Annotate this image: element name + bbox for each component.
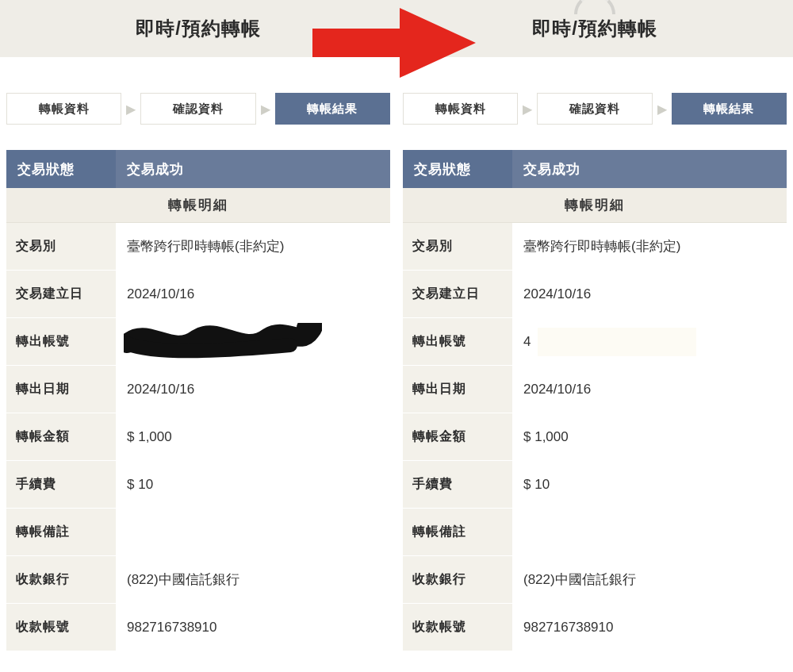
chevron-right-icon: ▶ [256, 102, 275, 117]
row-value: (822)中國信託銀行 [512, 556, 787, 603]
row-label: 轉出帳號 [403, 318, 512, 365]
row-label: 交易別 [6, 223, 116, 270]
step-confirm-info[interactable]: 確認資料 [537, 93, 652, 125]
status-row: 交易狀態 交易成功 [6, 150, 390, 188]
row-transfer-date: 轉出日期 2024/10/16 [6, 366, 390, 413]
row-label: 交易建立日 [6, 271, 116, 317]
page-title: 即時/預約轉帳 [136, 16, 261, 41]
header-bar: 即時/預約轉帳 [0, 0, 396, 57]
row-amount: 轉帳金額 $ 1,000 [403, 413, 787, 461]
chevron-right-icon: ▶ [121, 102, 140, 117]
step-result[interactable]: 轉帳結果 [275, 93, 390, 125]
page-title: 即時/預約轉帳 [532, 16, 657, 41]
row-memo: 轉帳備註 [6, 509, 390, 556]
status-label: 交易狀態 [403, 150, 512, 188]
section-title: 轉帳明細 [403, 188, 787, 223]
row-label: 收款銀行 [6, 556, 116, 603]
row-value: 2024/10/16 [512, 366, 787, 413]
row-value: 4 [512, 318, 787, 365]
row-created-date: 交易建立日 2024/10/16 [403, 271, 787, 318]
row-label: 轉出帳號 [6, 318, 116, 365]
row-from-account: 轉出帳號 [6, 318, 390, 366]
section-title: 轉帳明細 [6, 188, 390, 223]
row-payee-bank: 收款銀行 (822)中國信託銀行 [403, 556, 787, 604]
row-label: 交易建立日 [403, 271, 512, 317]
chevron-right-icon: ▶ [653, 102, 672, 117]
status-value: 交易成功 [512, 150, 787, 188]
row-payee-bank: 收款銀行 (822)中國信託銀行 [6, 556, 390, 604]
row-value: $ 10 [512, 461, 787, 508]
row-value [512, 509, 787, 555]
header-bar: 即時/預約轉帳 [396, 0, 793, 57]
row-value-text: 4 [523, 334, 531, 350]
step-transfer-info[interactable]: 轉帳資料 [6, 93, 121, 125]
row-amount: 轉帳金額 $ 1,000 [6, 413, 390, 461]
row-value: 臺幣跨行即時轉帳(非約定) [512, 223, 787, 270]
row-value: 臺幣跨行即時轉帳(非約定) [116, 223, 390, 270]
row-value: 2024/10/16 [116, 366, 390, 413]
step-result[interactable]: 轉帳結果 [672, 93, 787, 125]
row-label: 轉帳備註 [6, 509, 116, 555]
right-panel: 即時/預約轉帳 轉帳資料 ▶ 確認資料 ▶ 轉帳結果 交易狀態 交易成功 轉帳明… [396, 0, 793, 672]
row-label: 收款帳號 [6, 604, 116, 651]
step-confirm-info[interactable]: 確認資料 [140, 93, 255, 125]
row-payee-account: 收款帳號 982716738910 [6, 604, 390, 651]
row-value [116, 318, 390, 365]
row-value [116, 509, 390, 555]
row-payee-account: 收款帳號 982716738910 [403, 604, 787, 651]
row-memo: 轉帳備註 [403, 509, 787, 556]
row-value: 982716738910 [512, 604, 787, 651]
row-label: 轉帳備註 [403, 509, 512, 555]
row-label: 收款銀行 [403, 556, 512, 603]
row-label: 交易別 [403, 223, 512, 270]
row-label: 轉出日期 [403, 366, 512, 413]
redaction-scribble-icon [124, 323, 322, 363]
row-value: 2024/10/16 [512, 271, 787, 317]
row-value: 982716738910 [116, 604, 390, 651]
row-label: 轉出日期 [6, 366, 116, 413]
row-fee: 手續費 $ 10 [403, 461, 787, 509]
step-transfer-info[interactable]: 轉帳資料 [403, 93, 518, 125]
status-row: 交易狀態 交易成功 [403, 150, 787, 188]
row-label: 手續費 [6, 461, 116, 508]
comparison-page: 即時/預約轉帳 轉帳資料 ▶ 確認資料 ▶ 轉帳結果 交易狀態 交易成功 轉帳明… [0, 0, 793, 672]
row-fee: 手續費 $ 10 [6, 461, 390, 509]
redaction-block-icon [538, 328, 696, 356]
row-value: 2024/10/16 [116, 271, 390, 317]
stepper: 轉帳資料 ▶ 確認資料 ▶ 轉帳結果 [403, 93, 787, 125]
row-transaction-type: 交易別 臺幣跨行即時轉帳(非約定) [403, 223, 787, 271]
row-transfer-date: 轉出日期 2024/10/16 [403, 366, 787, 413]
row-from-account: 轉出帳號 4 [403, 318, 787, 366]
row-value: (822)中國信託銀行 [116, 556, 390, 603]
status-value: 交易成功 [116, 150, 390, 188]
status-label: 交易狀態 [6, 150, 116, 188]
row-label: 手續費 [403, 461, 512, 508]
row-created-date: 交易建立日 2024/10/16 [6, 271, 390, 318]
left-panel: 即時/預約轉帳 轉帳資料 ▶ 確認資料 ▶ 轉帳結果 交易狀態 交易成功 轉帳明… [0, 0, 396, 672]
row-label: 收款帳號 [403, 604, 512, 651]
row-label: 轉帳金額 [6, 413, 116, 460]
chevron-right-icon: ▶ [518, 102, 537, 117]
row-value: $ 10 [116, 461, 390, 508]
row-transaction-type: 交易別 臺幣跨行即時轉帳(非約定) [6, 223, 390, 271]
stepper: 轉帳資料 ▶ 確認資料 ▶ 轉帳結果 [6, 93, 390, 125]
row-value: $ 1,000 [512, 413, 787, 460]
row-label: 轉帳金額 [403, 413, 512, 460]
row-value: $ 1,000 [116, 413, 390, 460]
loading-spinner-icon [574, 0, 615, 14]
